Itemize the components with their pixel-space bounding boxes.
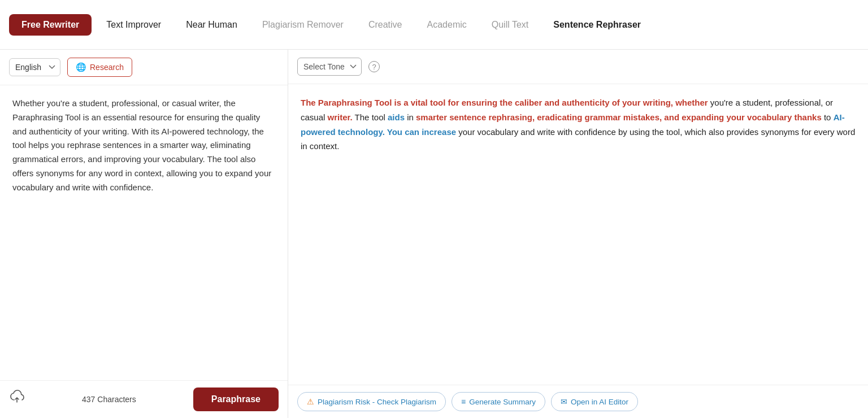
main-area: English Spanish French German 🌐 Research… <box>0 50 868 418</box>
generate-summary-button[interactable]: ≡ Generate Summary <box>452 392 545 411</box>
research-label: Research <box>90 63 124 72</box>
input-text-area[interactable]: Whether you're a student, professional, … <box>0 85 288 380</box>
output-segment-0: The Paraphrasing Tool is a vital tool fo… <box>301 98 708 107</box>
language-select[interactable]: English Spanish French German <box>9 58 60 76</box>
globe-icon: 🌐 <box>76 62 86 72</box>
plagiarism-check-button[interactable]: ⚠ Plagiarism Risk - Check Plagiarism <box>297 392 446 411</box>
summary-icon: ≡ <box>461 397 466 406</box>
output-segment-2: writer. <box>328 112 353 122</box>
nav-free-rewriter[interactable]: Free Rewriter <box>9 14 92 36</box>
nav-plagiarism-remover[interactable]: Plagiarism Remover <box>252 14 354 36</box>
paraphrase-button[interactable]: Paraphrase <box>193 387 279 411</box>
plagiarism-check-label: Plagiarism Risk - Check Plagiarism <box>318 398 436 406</box>
output-text-area: The Paraphrasing Tool is a vital tool fo… <box>288 84 868 385</box>
nav-near-human[interactable]: Near Human <box>176 14 248 36</box>
editor-icon: ✉ <box>561 397 567 406</box>
open-ai-editor-label: Open in AI Editor <box>571 398 628 406</box>
output-segment-4: aids <box>388 112 405 122</box>
input-text: Whether you're a student, professional, … <box>12 98 271 192</box>
warning-icon: ⚠ <box>307 397 314 406</box>
generate-summary-label: Generate Summary <box>469 398 536 406</box>
nav-academic[interactable]: Academic <box>417 14 477 36</box>
right-toolbar: Select Tone Standard Formal Casual Creat… <box>288 50 868 84</box>
nav-quill-text[interactable]: Quill Text <box>481 14 539 36</box>
open-ai-editor-button[interactable]: ✉ Open in AI Editor <box>551 392 638 411</box>
nav-creative[interactable]: Creative <box>358 14 413 36</box>
output-segment-5: in <box>405 112 416 122</box>
research-button[interactable]: 🌐 Research <box>67 58 132 77</box>
left-footer: 437 Characters Paraphrase <box>0 380 288 418</box>
help-icon[interactable]: ? <box>368 61 380 72</box>
input-panel: English Spanish French German 🌐 Research… <box>0 50 288 418</box>
top-navigation: Free Rewriter Text Improver Near Human P… <box>0 0 868 50</box>
character-count: 437 Characters <box>82 395 136 404</box>
output-segment-3: The tool <box>353 112 388 122</box>
left-toolbar: English Spanish French German 🌐 Research <box>0 50 288 85</box>
output-panel: Select Tone Standard Formal Casual Creat… <box>288 50 868 418</box>
upload-icon[interactable] <box>9 390 25 409</box>
output-segment-6: smarter sentence rephrasing, eradicating… <box>416 112 822 122</box>
output-segment-7: to <box>822 112 834 122</box>
nav-text-improver[interactable]: Text Improver <box>96 14 171 36</box>
right-footer: ⚠ Plagiarism Risk - Check Plagiarism ≡ G… <box>288 385 868 418</box>
tone-select[interactable]: Select Tone Standard Formal Casual Creat… <box>297 58 362 76</box>
nav-sentence-rephraser[interactable]: Sentence Rephraser <box>543 14 651 36</box>
